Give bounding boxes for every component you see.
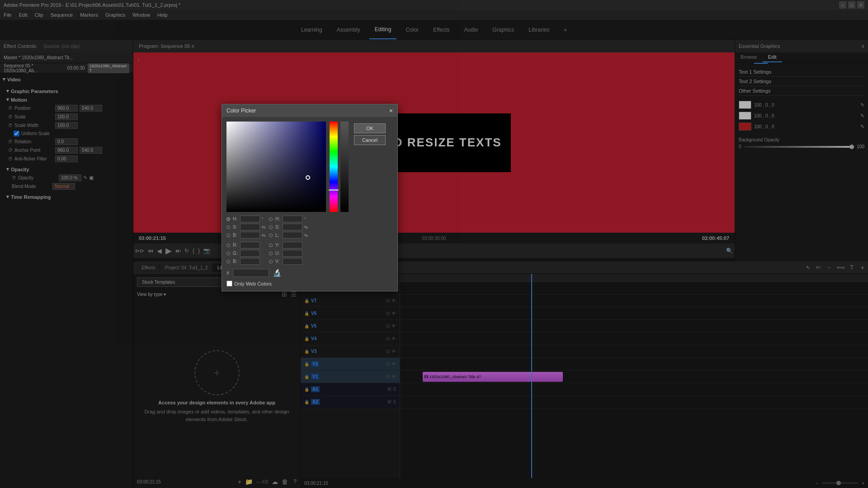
gradient-selector (306, 175, 310, 180)
field-h-right: H: 0 ° (269, 216, 308, 222)
color-picker-sliders (330, 122, 349, 212)
field-bl-left: B: 26 (226, 258, 265, 265)
g-input[interactable]: 26 (240, 250, 260, 257)
field-g-left: G: 26 (226, 250, 265, 257)
color-picker-body: OK Cancel H: 231 ° S: (222, 117, 397, 291)
b-input[interactable]: 10 (240, 232, 260, 239)
color-picker-overlay[interactable]: Color Picker × (0, 0, 868, 488)
v-right-input[interactable]: 0 (283, 258, 302, 265)
color-picker-fields: H: 231 ° S: 0 % B: 10 % (226, 216, 393, 265)
s-right-input[interactable]: 0 (283, 224, 302, 230)
bl-input[interactable]: 26 (240, 258, 260, 265)
u-right-input[interactable]: 0 (283, 250, 302, 257)
s-input[interactable]: 0 (240, 224, 260, 230)
r-input[interactable]: 26 (240, 242, 260, 249)
eyedropper-button[interactable]: 🔬 (273, 268, 282, 277)
field-l-right: L: 10 % (269, 232, 308, 239)
field-y-right: Y: 38 (269, 242, 308, 249)
radio-r-left[interactable] (226, 244, 230, 247)
gradient-dark-overlay (226, 122, 326, 212)
color-picker-titlebar: Color Picker × (222, 104, 397, 117)
opacity-preview-slider[interactable] (340, 122, 349, 212)
only-web-colors-checkbox[interactable] (226, 281, 232, 286)
web-colors-row: Only Web Colors (226, 281, 393, 286)
l-right-input[interactable]: 10 (283, 232, 302, 239)
color-picker-title: Color Picker (226, 108, 256, 114)
color-picker-close-button[interactable]: × (389, 107, 393, 114)
ok-button[interactable]: OK (354, 123, 386, 133)
radio-s-right[interactable] (269, 225, 273, 229)
field-r-left: R: 26 (226, 242, 265, 249)
field-s-right: S: 0 % (269, 224, 308, 230)
cp-right-fields: H: 0 ° S: 0 % L: 10 % (269, 216, 308, 265)
radio-b-left[interactable] (226, 234, 230, 237)
field-b-left: B: 10 % (226, 232, 265, 239)
cp-left-fields: H: 231 ° S: 0 % B: 10 % (226, 216, 265, 265)
radio-y-right[interactable] (269, 244, 273, 247)
radio-v-right[interactable] (269, 260, 273, 263)
color-gradient-picker[interactable] (226, 122, 326, 212)
radio-h-right[interactable] (269, 217, 273, 221)
field-s-left: S: 0 % (226, 224, 265, 230)
field-v-right: V: 0 (269, 258, 308, 265)
color-picker-top: OK Cancel (226, 122, 393, 212)
field-u-right: U: 0 (269, 250, 308, 257)
cancel-button[interactable]: Cancel (354, 135, 386, 145)
hue-slider[interactable] (330, 122, 338, 212)
color-picker-buttons: OK Cancel (354, 122, 386, 145)
color-picker-dialog: Color Picker × (222, 104, 398, 291)
radio-u-right[interactable] (269, 252, 273, 255)
hue-thumb (329, 189, 339, 191)
field-h-left: H: 231 ° (226, 216, 265, 222)
h-input[interactable]: 231 (240, 216, 260, 222)
hex-input[interactable]: 1A1A1A (233, 269, 269, 277)
hex-row: # 1A1A1A 🔬 (226, 268, 393, 277)
radio-g-left[interactable] (226, 252, 230, 255)
radio-l-right[interactable] (269, 234, 273, 237)
radio-bl-left[interactable] (226, 260, 230, 263)
radio-h-left[interactable] (226, 217, 230, 221)
only-web-colors-label[interactable]: Only Web Colors (234, 281, 272, 286)
y-right-input[interactable]: 38 (283, 242, 302, 249)
radio-s-left[interactable] (226, 225, 230, 229)
h-right-input[interactable]: 0 (283, 216, 302, 222)
